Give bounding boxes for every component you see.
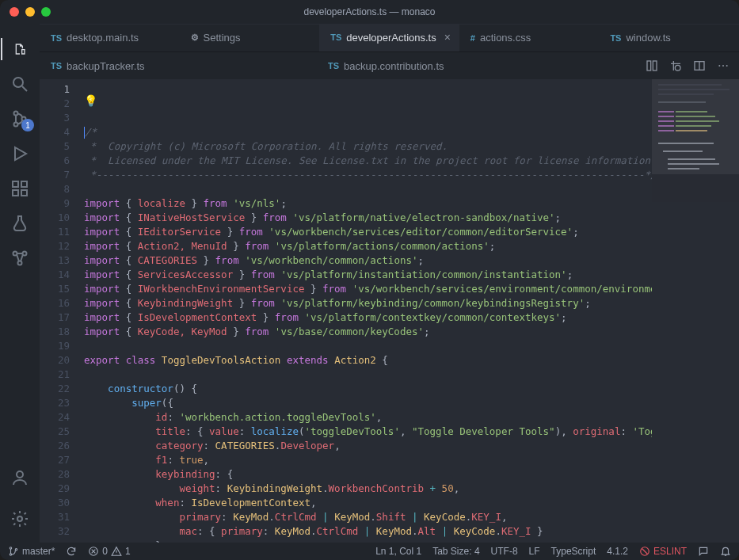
code-line[interactable]: import { localize } from 'vs/nls';	[84, 196, 652, 211]
editor-tab[interactable]: TSdeveloperActions.ts×	[319, 24, 459, 51]
code-line[interactable]: mac: { primary: KeyMod.CtrlCmd | KeyMod.…	[84, 524, 652, 539]
tab-label: actions.css	[480, 32, 531, 44]
code-line[interactable]	[84, 339, 652, 353]
svg-rect-7	[21, 190, 27, 196]
status-ts-version[interactable]: 4.1.2	[607, 546, 628, 557]
minimize-window-button[interactable]	[25, 7, 35, 17]
code-line[interactable]: when: IsDevelopmentContext,	[84, 496, 652, 510]
editor-tab[interactable]: TSdesktop.main.ts	[40, 24, 180, 51]
svg-rect-5	[13, 181, 18, 187]
settings-gear-icon[interactable]	[1, 501, 39, 536]
explorer-view-icon[interactable]	[1, 32, 39, 67]
line-number-gutter: 1234567891011121314151617181920212223242…	[40, 79, 84, 543]
code-line[interactable]: import { IsDevelopmentContext } from 'vs…	[84, 310, 652, 325]
code-line[interactable]: * Licensed under the MIT License. See Li…	[84, 154, 652, 168]
editor-tab[interactable]: TSbackup.contribution.ts	[317, 52, 636, 79]
svg-point-12	[17, 471, 23, 478]
svg-rect-15	[653, 61, 657, 70]
svg-point-24	[15, 549, 17, 550]
svg-point-11	[18, 261, 22, 265]
zoom-window-button[interactable]	[41, 7, 51, 17]
svg-point-22	[10, 547, 11, 549]
code-line[interactable]: category: CATEGORIES.Developer,	[84, 439, 652, 453]
code-line[interactable]: import { KeyCode, KeyMod } from 'vs/base…	[84, 325, 652, 339]
status-eslint[interactable]: ESLINT	[639, 546, 687, 557]
editor-tab[interactable]: TSwindow.ts	[599, 24, 739, 51]
code-line[interactable]: import { Action2, MenuId } from 'vs/plat…	[84, 239, 652, 253]
minimap[interactable]	[652, 79, 739, 543]
status-problems[interactable]: 0 1	[88, 546, 130, 557]
status-eol[interactable]: LF	[529, 546, 540, 557]
run-debug-view-icon[interactable]	[1, 136, 39, 171]
code-line[interactable]: *---------------------------------------…	[84, 168, 652, 182]
code-line[interactable]: primary: KeyMod.CtrlCmd | KeyMod.Shift |…	[84, 510, 652, 524]
references-view-icon[interactable]	[1, 241, 39, 276]
code-line[interactable]: /*	[84, 125, 652, 139]
scm-badge: 1	[21, 119, 34, 131]
window-title: developerActions.ts — monaco	[303, 6, 435, 17]
code-line[interactable]: import { CATEGORIES } from 'vs/workbench…	[84, 253, 652, 268]
svg-point-20	[722, 65, 724, 67]
editor-tab[interactable]: #actions.css	[459, 24, 600, 51]
tab-actions	[636, 52, 739, 79]
tab-label: backupTracker.ts	[67, 60, 145, 72]
code-line[interactable]: weight: KeybindingWeight.WorkbenchContri…	[84, 482, 652, 496]
svg-point-19	[718, 65, 720, 67]
code-line[interactable]: constructor() {	[84, 382, 652, 396]
svg-point-21	[726, 65, 728, 67]
compare-changes-icon[interactable]	[646, 59, 658, 72]
lightbulb-icon[interactable]: 💡	[84, 93, 97, 108]
minimap-slider[interactable]	[652, 79, 739, 174]
close-tab-icon[interactable]: ×	[444, 31, 451, 44]
editor-tabs: TSdesktop.main.ts⚙SettingsTSdeveloperAct…	[40, 24, 739, 79]
code-line[interactable]	[84, 368, 652, 382]
status-cursor-position[interactable]: Ln 1, Col 1	[375, 546, 421, 557]
open-changes-icon[interactable]	[669, 59, 682, 72]
svg-point-2	[14, 112, 18, 116]
activity-bar: 1	[0, 24, 40, 543]
status-bell-icon[interactable]	[720, 546, 731, 557]
status-branch[interactable]: master*	[8, 546, 55, 557]
code-line[interactable]: title: { value: localize('toggleDevTools…	[84, 425, 652, 439]
more-actions-icon[interactable]	[717, 59, 729, 72]
status-language[interactable]: TypeScript	[551, 546, 596, 557]
code-line[interactable]: import { KeybindingWeight } from 'vs/pla…	[84, 296, 652, 310]
split-editor-icon[interactable]	[693, 59, 706, 72]
search-view-icon[interactable]	[1, 67, 39, 101]
status-feedback-icon[interactable]	[698, 546, 709, 557]
svg-point-0	[13, 78, 23, 87]
status-sync[interactable]	[66, 546, 77, 557]
source-control-view-icon[interactable]: 1	[1, 101, 39, 136]
tab-label: developerActions.ts	[346, 32, 436, 44]
status-encoding[interactable]: UTF-8	[491, 546, 518, 557]
editor-tab[interactable]: ⚙Settings	[180, 24, 320, 51]
code-line[interactable]: import { INativeHostService } from 'vs/p…	[84, 211, 652, 225]
svg-point-16	[675, 65, 680, 70]
code-line[interactable]: import { IEditorService } from 'vs/workb…	[84, 225, 652, 239]
code-line[interactable]: keybinding: {	[84, 467, 652, 482]
title-bar: developerActions.ts — monaco	[0, 0, 739, 24]
tab-label: backup.contribution.ts	[344, 60, 444, 72]
code-line[interactable]: f1: true,	[84, 453, 652, 467]
testing-view-icon[interactable]	[1, 206, 39, 241]
status-bar: master* 0 1 Ln 1, Col 1 Tab Size: 4 UTF-…	[0, 543, 739, 560]
ts-file-icon: TS	[330, 32, 341, 42]
status-indentation[interactable]: Tab Size: 4	[432, 546, 479, 557]
code-line[interactable]: id: 'workbench.action.toggleDevTools',	[84, 410, 652, 425]
code-line[interactable]: import { IWorkbenchEnvironmentService } …	[84, 282, 652, 296]
code-line[interactable]: import { ServicesAccessor } from 'vs/pla…	[84, 268, 652, 282]
code-line[interactable]: export class ToggleDevToolsAction extend…	[84, 353, 652, 368]
code-line[interactable]	[84, 182, 652, 196]
code-line[interactable]: * Copyright (c) Microsoft Corporation. A…	[84, 139, 652, 154]
tab-label: window.ts	[626, 32, 670, 44]
accounts-icon[interactable]	[1, 460, 39, 495]
svg-point-23	[10, 554, 11, 555]
code-content[interactable]: 💡 /* * Copyright (c) Microsoft Corporati…	[84, 79, 652, 543]
editor-tab[interactable]: TSbackupTracker.ts	[40, 52, 317, 79]
code-editor[interactable]: 1234567891011121314151617181920212223242…	[40, 79, 739, 543]
extensions-view-icon[interactable]	[1, 171, 39, 206]
code-line[interactable]: super({	[84, 396, 652, 410]
close-window-button[interactable]	[10, 7, 19, 17]
window-controls	[10, 7, 51, 17]
svg-line-1	[22, 86, 27, 91]
